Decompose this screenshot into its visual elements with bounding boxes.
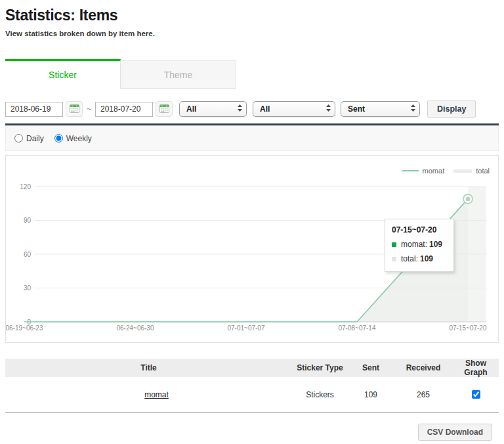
page-title: Statistics: Items bbox=[5, 7, 499, 24]
filter-select-1[interactable]: All bbox=[179, 101, 247, 117]
svg-text:07-01~07-07: 07-01~07-07 bbox=[228, 324, 265, 332]
tab-bar: Sticker Theme bbox=[5, 59, 499, 89]
section-divider bbox=[5, 123, 499, 125]
svg-text:07-15~07-20: 07-15~07-20 bbox=[450, 324, 487, 332]
tab-theme[interactable]: Theme bbox=[121, 60, 236, 89]
legend-momat-label: momat bbox=[423, 167, 445, 175]
table-header-row: TitleSticker TypeSentReceivedShow Graph bbox=[5, 359, 499, 377]
svg-text:30: 30 bbox=[24, 284, 32, 292]
svg-text:06-19~06-23: 06-19~06-23 bbox=[6, 324, 43, 332]
table-header-sticker-type: Sticker Type bbox=[292, 359, 348, 377]
csv-download-button[interactable]: CSV Download bbox=[418, 424, 492, 441]
tooltip-item: total:109 bbox=[392, 254, 447, 263]
filter-select-3[interactable]: Sent bbox=[341, 101, 420, 117]
chart-tooltip: 07-15~07-20 momat:109total:109 bbox=[385, 219, 454, 272]
filter-select-2[interactable]: All bbox=[253, 101, 335, 117]
csv-row: CSV Download bbox=[5, 424, 499, 441]
legend-item-total[interactable]: total bbox=[453, 167, 490, 175]
filter-select-2-value: All bbox=[260, 104, 270, 114]
date-range-separator: ~ bbox=[87, 104, 91, 114]
tooltip-series-swatch-icon bbox=[392, 242, 396, 247]
date-from-input[interactable] bbox=[5, 102, 63, 117]
svg-text:60: 60 bbox=[24, 251, 32, 258]
table-header-sent: Sent bbox=[348, 359, 394, 377]
date-from-calendar-button[interactable] bbox=[66, 101, 83, 117]
page: Statistics: Items View statistics broken… bbox=[0, 7, 504, 441]
granularity-radio[interactable] bbox=[54, 134, 63, 143]
chart-legend: momat total bbox=[393, 167, 490, 175]
tab-sticker[interactable]: Sticker bbox=[5, 59, 121, 89]
select-arrows-icon bbox=[410, 104, 416, 114]
table-header-received: Received bbox=[394, 359, 453, 377]
tooltip-item: momat:109 bbox=[392, 240, 447, 249]
filter-bar: ~ All All bbox=[5, 100, 499, 118]
chart-panel: momat total 030609012006-19~06-2306-24~0… bbox=[5, 155, 499, 343]
date-to-calendar-button[interactable] bbox=[156, 101, 173, 117]
table-header-title: Title bbox=[5, 359, 292, 377]
calendar-icon bbox=[159, 104, 169, 115]
momat-line-swatch-icon bbox=[402, 170, 419, 171]
page-subtitle: View statistics broken down by item here… bbox=[5, 30, 499, 37]
select-arrows-icon bbox=[237, 104, 243, 114]
items-table: TitleSticker TypeSentReceivedShow Graph … bbox=[5, 359, 499, 413]
sticker-type-cell: Stickers bbox=[292, 377, 348, 412]
svg-text:07-08~07-14: 07-08~07-14 bbox=[339, 324, 376, 332]
select-arrows-icon bbox=[326, 104, 331, 114]
granularity-panel: DailyWeekly bbox=[5, 126, 499, 151]
sent-cell: 109 bbox=[348, 377, 394, 412]
tab-theme-label: Theme bbox=[164, 70, 193, 80]
tooltip-series-swatch-icon bbox=[392, 257, 396, 261]
tooltip-title: 07-15~07-20 bbox=[392, 225, 447, 234]
filter-select-1-value: All bbox=[186, 104, 196, 114]
table-row: momatStickers109265 bbox=[5, 377, 499, 412]
granularity-radio-label: Weekly bbox=[66, 134, 92, 143]
svg-text:90: 90 bbox=[24, 217, 32, 224]
granularity-option-weekly[interactable]: Weekly bbox=[54, 134, 92, 143]
filter-select-3-value: Sent bbox=[348, 104, 365, 114]
svg-text:06-24~06-30: 06-24~06-30 bbox=[117, 324, 154, 332]
granularity-option-daily[interactable]: Daily bbox=[14, 134, 44, 143]
calendar-icon bbox=[70, 104, 79, 115]
date-to-input[interactable] bbox=[95, 102, 153, 117]
legend-total-label: total bbox=[476, 167, 490, 175]
tooltip-items: momat:109total:109 bbox=[392, 240, 447, 263]
display-button[interactable]: Display bbox=[427, 100, 476, 118]
total-area-swatch-icon bbox=[453, 169, 472, 173]
legend-item-momat[interactable]: momat bbox=[402, 167, 445, 175]
svg-text:120: 120 bbox=[20, 183, 31, 190]
show-graph-checkbox[interactable] bbox=[472, 390, 480, 399]
item-title-link[interactable]: momat bbox=[144, 390, 169, 399]
granularity-radio[interactable] bbox=[14, 134, 23, 143]
tab-sticker-label: Sticker bbox=[49, 70, 77, 80]
granularity-radio-label: Daily bbox=[26, 134, 44, 143]
received-cell: 265 bbox=[394, 377, 453, 412]
table-header-show-graph: Show Graph bbox=[453, 359, 499, 377]
table-body: momatStickers109265 bbox=[5, 377, 499, 412]
